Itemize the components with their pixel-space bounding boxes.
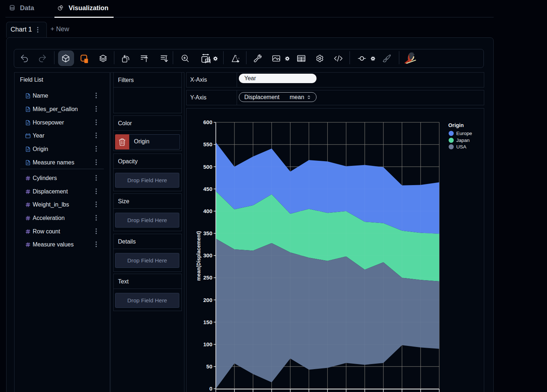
svg-text:Origin: Origin: [448, 122, 464, 128]
svg-text:450: 450: [203, 186, 212, 192]
svg-text:0: 0: [209, 385, 212, 392]
svg-text:150: 150: [203, 319, 212, 325]
svg-text:400: 400: [203, 208, 212, 214]
svg-text:Europe: Europe: [456, 131, 472, 136]
svg-text:500: 500: [203, 164, 212, 170]
svg-text:USA: USA: [456, 144, 466, 150]
svg-text:100: 100: [203, 341, 212, 347]
svg-text:50: 50: [206, 363, 212, 369]
svg-text:350: 350: [203, 230, 212, 236]
svg-text:300: 300: [203, 252, 212, 258]
svg-text:600: 600: [203, 119, 212, 125]
svg-text:200: 200: [203, 297, 212, 303]
svg-text:550: 550: [203, 141, 212, 147]
svg-text:Japan: Japan: [456, 138, 470, 143]
svg-text:mean(Displacement): mean(Displacement): [196, 231, 201, 281]
svg-text:250: 250: [203, 274, 212, 281]
